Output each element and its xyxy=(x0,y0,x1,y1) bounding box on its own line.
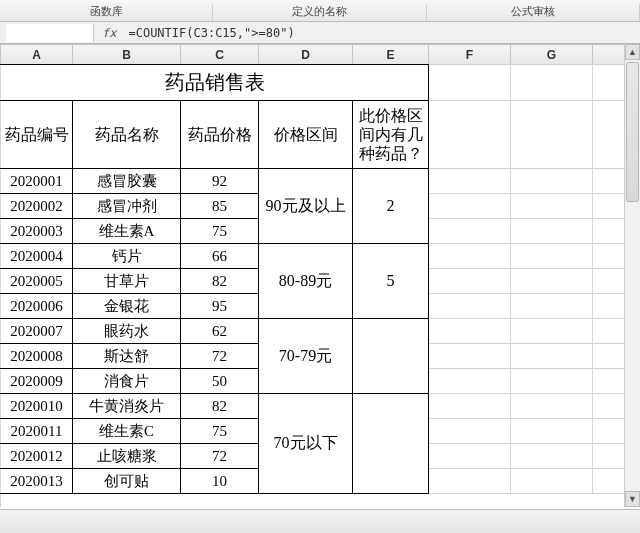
table-title[interactable]: 药品销售表 xyxy=(1,65,429,101)
fx-icon[interactable]: fx xyxy=(94,26,124,40)
cell[interactable] xyxy=(429,194,511,219)
cell-price[interactable]: 50 xyxy=(181,369,259,394)
cell[interactable] xyxy=(429,444,511,469)
cell-name[interactable]: 消食片 xyxy=(73,369,181,394)
cell-count[interactable] xyxy=(353,319,429,394)
col-header-B[interactable]: B xyxy=(73,45,181,65)
cell-price[interactable]: 75 xyxy=(181,219,259,244)
cell-price[interactable]: 85 xyxy=(181,194,259,219)
cell[interactable] xyxy=(511,419,593,444)
data-table[interactable]: 药品销售表 药品编号 药品名称 药品价格 价格区间 此价格区间内有几种药品？ 2… xyxy=(0,64,633,507)
cell-range[interactable]: 70-79元 xyxy=(259,319,353,394)
name-box[interactable] xyxy=(6,24,94,42)
cell[interactable] xyxy=(511,394,593,419)
cell-name[interactable]: 感冒冲剂 xyxy=(73,194,181,219)
cell[interactable] xyxy=(429,394,511,419)
cell-id[interactable]: 2020010 xyxy=(1,394,73,419)
cell[interactable] xyxy=(511,219,593,244)
cell-id[interactable]: 2020011 xyxy=(1,419,73,444)
cell[interactable] xyxy=(429,269,511,294)
cell[interactable] xyxy=(511,65,593,101)
cell-id[interactable]: 2020003 xyxy=(1,219,73,244)
cell-range[interactable]: 90元及以上 xyxy=(259,169,353,244)
cell[interactable] xyxy=(429,469,511,494)
header-range[interactable]: 价格区间 xyxy=(259,101,353,169)
cell-count[interactable]: 5 xyxy=(353,244,429,319)
cell[interactable] xyxy=(511,169,593,194)
cell[interactable] xyxy=(429,101,511,169)
cell[interactable] xyxy=(511,369,593,394)
cell-count[interactable] xyxy=(353,394,429,494)
vertical-scrollbar[interactable]: ▲ ▼ xyxy=(624,44,640,507)
col-header-F[interactable]: F xyxy=(429,45,511,65)
cell-id[interactable]: 2020013 xyxy=(1,469,73,494)
cell[interactable] xyxy=(429,319,511,344)
col-header-D[interactable]: D xyxy=(259,45,353,65)
cell[interactable] xyxy=(429,244,511,269)
cell-price[interactable]: 10 xyxy=(181,469,259,494)
cell-price[interactable]: 95 xyxy=(181,294,259,319)
cell[interactable] xyxy=(511,344,593,369)
cell[interactable] xyxy=(511,319,593,344)
cell-name[interactable]: 止咳糖浆 xyxy=(73,444,181,469)
cell-name[interactable]: 创可贴 xyxy=(73,469,181,494)
cell-name[interactable]: 眼药水 xyxy=(73,319,181,344)
col-header-C[interactable]: C xyxy=(181,45,259,65)
cell[interactable] xyxy=(511,194,593,219)
col-header-G[interactable]: G xyxy=(511,45,593,65)
cell-id[interactable]: 2020009 xyxy=(1,369,73,394)
ribbon-group-function-library[interactable]: 函数库 xyxy=(0,4,213,21)
scroll-thumb[interactable] xyxy=(626,62,639,202)
cell-range[interactable]: 70元以下 xyxy=(259,394,353,494)
cell-price[interactable]: 82 xyxy=(181,269,259,294)
cell[interactable] xyxy=(429,419,511,444)
cell-id[interactable]: 2020008 xyxy=(1,344,73,369)
scroll-up-icon[interactable]: ▲ xyxy=(625,44,640,60)
cell[interactable] xyxy=(511,269,593,294)
cell[interactable] xyxy=(429,369,511,394)
cell[interactable] xyxy=(511,294,593,319)
cell[interactable] xyxy=(511,244,593,269)
cell-range[interactable]: 80-89元 xyxy=(259,244,353,319)
header-id[interactable]: 药品编号 xyxy=(1,101,73,169)
cell-price[interactable]: 92 xyxy=(181,169,259,194)
cell[interactable] xyxy=(429,65,511,101)
cell-name[interactable]: 维生素A xyxy=(73,219,181,244)
col-header-A[interactable]: A xyxy=(1,45,73,65)
cell-price[interactable]: 66 xyxy=(181,244,259,269)
cell[interactable] xyxy=(429,169,511,194)
cell-id[interactable]: 2020004 xyxy=(1,244,73,269)
cell-price[interactable]: 75 xyxy=(181,419,259,444)
cell-name[interactable]: 钙片 xyxy=(73,244,181,269)
cell-name[interactable]: 维生素C xyxy=(73,419,181,444)
cell-name[interactable]: 牛黄消炎片 xyxy=(73,394,181,419)
cell[interactable] xyxy=(511,469,593,494)
spreadsheet-grid[interactable]: A B C D E F G 药品销售表 药品编号 药品名称 药品价格 价格区间 … xyxy=(0,44,640,507)
cell-name[interactable]: 感冒胶囊 xyxy=(73,169,181,194)
header-name[interactable]: 药品名称 xyxy=(73,101,181,169)
cell-name[interactable]: 斯达舒 xyxy=(73,344,181,369)
cell-name[interactable]: 金银花 xyxy=(73,294,181,319)
cell-id[interactable]: 2020006 xyxy=(1,294,73,319)
col-header-E[interactable]: E xyxy=(353,45,429,65)
cell[interactable] xyxy=(511,101,593,169)
cell[interactable] xyxy=(429,219,511,244)
cell[interactable] xyxy=(429,344,511,369)
cell-name[interactable]: 甘草片 xyxy=(73,269,181,294)
scroll-down-icon[interactable]: ▼ xyxy=(625,491,640,507)
cell-id[interactable]: 2020007 xyxy=(1,319,73,344)
header-price[interactable]: 药品价格 xyxy=(181,101,259,169)
cell-id[interactable]: 2020002 xyxy=(1,194,73,219)
cell-id[interactable]: 2020005 xyxy=(1,269,73,294)
cell[interactable] xyxy=(511,444,593,469)
cell[interactable] xyxy=(429,294,511,319)
header-count[interactable]: 此价格区间内有几种药品？ xyxy=(353,101,429,169)
cell-id[interactable]: 2020012 xyxy=(1,444,73,469)
cell-price[interactable]: 82 xyxy=(181,394,259,419)
cell-price[interactable]: 72 xyxy=(181,444,259,469)
cell-price[interactable]: 72 xyxy=(181,344,259,369)
formula-input[interactable]: =COUNTIF(C3:C15,">=80") xyxy=(124,26,640,40)
cell-id[interactable]: 2020001 xyxy=(1,169,73,194)
cell[interactable] xyxy=(1,494,633,508)
cell-price[interactable]: 62 xyxy=(181,319,259,344)
